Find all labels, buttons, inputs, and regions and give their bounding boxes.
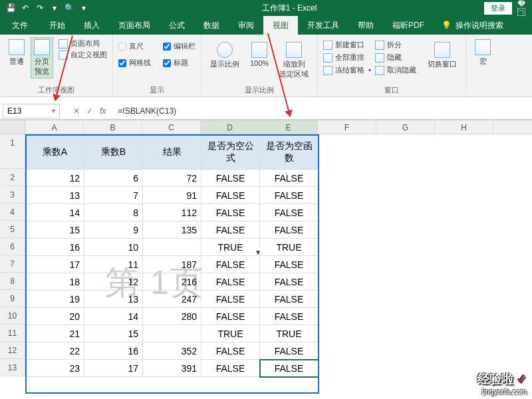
macro-button[interactable]: 宏 [471, 37, 494, 68]
tab-data[interactable]: 数据 [194, 16, 229, 35]
accept-formula-icon[interactable]: ✓ [86, 106, 93, 116]
cell[interactable]: FALSE [260, 291, 319, 308]
header-d[interactable]: 是否为空公式 [201, 135, 260, 170]
row-header[interactable]: 13 [0, 359, 25, 376]
arrange-all-button[interactable]: 全部重排 [323, 53, 371, 63]
tab-help[interactable]: 帮助 [348, 16, 383, 35]
cell[interactable]: FALSE [201, 291, 260, 308]
cell[interactable]: 8 [84, 204, 143, 221]
row-header-1[interactable]: 1 [0, 134, 25, 169]
cell[interactable]: 187 [143, 256, 201, 273]
cell[interactable]: 72 [143, 170, 201, 187]
cell[interactable]: FALSE [201, 256, 260, 273]
cell[interactable]: 91 [143, 187, 201, 204]
tell-me[interactable]: 💡 操作说明搜索 [442, 20, 503, 31]
name-box[interactable]: E13▼ [3, 104, 60, 118]
cell[interactable]: 6 [84, 170, 143, 187]
cell[interactable]: 7 [84, 187, 143, 204]
save-icon[interactable]: 💾 [5, 3, 16, 13]
unhide-button[interactable]: 取消隐藏 [375, 65, 416, 75]
cell[interactable]: 17 [84, 360, 143, 377]
qat-dropdown-icon[interactable]: ▾ [78, 3, 89, 13]
col-header-a[interactable]: A [25, 120, 84, 134]
cell[interactable]: 16 [26, 239, 84, 256]
cell[interactable]: FALSE [260, 308, 319, 325]
switch-windows-button[interactable]: 切换窗口 [424, 40, 460, 71]
row-header[interactable]: 9 [0, 290, 25, 307]
cell[interactable]: TRUE [201, 239, 260, 256]
header-a[interactable]: 乘数A [26, 135, 84, 170]
cell[interactable]: FALSE [201, 273, 260, 291]
header-b[interactable]: 乘数B [84, 135, 143, 170]
zoom-button[interactable]: 显示比例 [207, 40, 243, 71]
cell[interactable]: FALSE [260, 221, 319, 239]
cell[interactable] [143, 239, 201, 256]
cell[interactable]: FALSE [201, 342, 260, 360]
col-header-g[interactable]: G [376, 120, 435, 134]
cell[interactable]: 23 [26, 360, 84, 377]
cell[interactable]: FALSE [201, 204, 260, 221]
zoom-selection-button[interactable]: 缩放到 选定区域 [276, 40, 312, 81]
row-header[interactable]: 8 [0, 273, 25, 290]
cell[interactable]: 19 [26, 291, 84, 308]
cell[interactable]: 280 [143, 308, 201, 325]
cell[interactable]: 352 [143, 342, 201, 360]
cell[interactable]: 10 [84, 239, 143, 256]
row-header[interactable]: 5 [0, 221, 25, 238]
cell[interactable]: FALSE [201, 360, 260, 377]
row-header[interactable]: 3 [0, 186, 25, 203]
row-header[interactable]: 2 [0, 169, 25, 186]
formula-input[interactable]: =ISBLANK(C13) [118, 106, 176, 116]
ribbon-options-icon[interactable]: �⿹ [517, 3, 528, 13]
cell[interactable]: FALSE [201, 170, 260, 187]
login-button[interactable]: 登录 [484, 2, 512, 15]
tab-foxit[interactable]: 福昕PDF [383, 16, 434, 35]
cell[interactable]: FALSE [260, 256, 319, 273]
col-header-e[interactable]: E [259, 120, 318, 134]
cell[interactable]: 13 [26, 187, 84, 204]
cell[interactable]: 14 [84, 308, 143, 325]
cell[interactable]: 15 [26, 221, 84, 239]
row-header[interactable]: 11 [0, 325, 25, 342]
cell[interactable]: 12 [84, 273, 143, 291]
cell[interactable]: FALSE [201, 221, 260, 239]
col-header-b[interactable]: B [84, 120, 142, 134]
row-header[interactable]: 4 [0, 203, 25, 221]
headings-checkbox[interactable]: 标题 [163, 58, 196, 68]
cell[interactable]: TRUE [260, 325, 319, 342]
cell[interactable]: FALSE [201, 308, 260, 325]
cell[interactable]: FALSE [201, 187, 260, 204]
row-header[interactable]: 12 [0, 342, 25, 359]
header-e[interactable]: 是否为空函数 [260, 135, 319, 170]
cell[interactable]: 17 [26, 256, 84, 273]
cell[interactable]: FALSE [260, 273, 319, 291]
tab-view[interactable]: 视图 [263, 16, 298, 35]
cell[interactable]: 12 [26, 170, 84, 187]
cell[interactable]: 135 [143, 221, 201, 239]
col-header-d[interactable]: D [201, 120, 259, 134]
gridlines-checkbox[interactable]: 网格线 [118, 58, 151, 68]
select-all-corner[interactable] [0, 120, 25, 134]
undo-icon[interactable]: ↶ [20, 3, 31, 13]
fx-icon[interactable]: fx [100, 106, 106, 116]
cell[interactable]: 391 [143, 360, 201, 377]
cell[interactable]: 9 [84, 221, 143, 239]
cell[interactable]: 21 [26, 325, 84, 342]
row-header[interactable]: 7 [0, 255, 25, 273]
zoom-100-button[interactable]: 100% [247, 40, 272, 69]
cell[interactable]: 16 [84, 342, 143, 360]
redo-icon[interactable]: ↷ [35, 3, 45, 13]
cell[interactable]: 247 [143, 291, 201, 308]
cell[interactable]: FALSE [260, 187, 319, 204]
row-header[interactable]: 10 [0, 307, 25, 325]
tab-layout[interactable]: 页面布局 [109, 16, 160, 35]
split-button[interactable]: 拆分 [375, 40, 416, 50]
new-window-button[interactable]: 新建窗口 [323, 40, 371, 50]
cell[interactable]: 13 [84, 291, 143, 308]
cell[interactable]: FALSE [260, 170, 319, 187]
cancel-formula-icon[interactable]: ✕ [73, 106, 80, 116]
tab-insert[interactable]: 插入 [74, 16, 109, 35]
row-header[interactable]: 6 [0, 238, 25, 255]
print-preview-icon[interactable]: 🔍 [64, 3, 74, 13]
cells-area[interactable]: 第 1页 乘数A 乘数B 结果 是否为空公式 是否为空函数 12672FALSE… [25, 134, 319, 377]
